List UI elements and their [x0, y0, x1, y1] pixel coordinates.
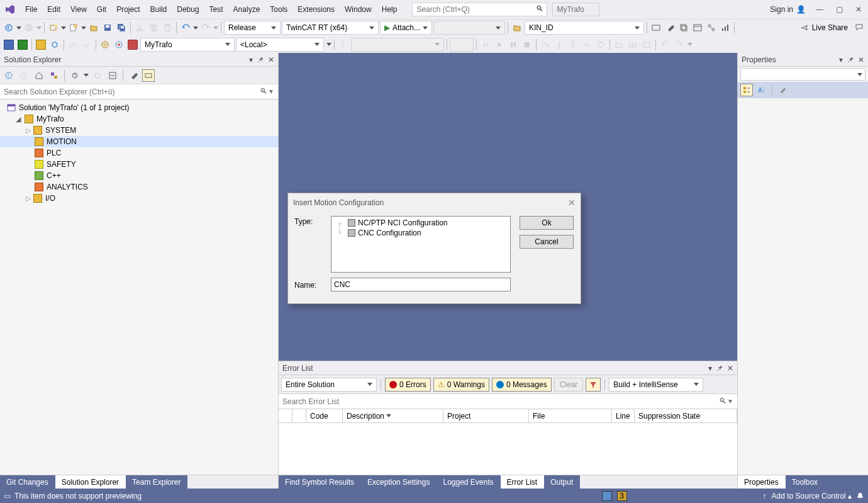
expand-icon[interactable]: ▷ — [24, 195, 33, 203]
close-icon[interactable]: ✕ — [854, 4, 863, 15]
panel-close-icon[interactable]: ✕ — [858, 55, 864, 64]
tb-icon-layers[interactable] — [677, 21, 690, 34]
signin-button[interactable]: Sign in 👤 — [770, 5, 806, 14]
attach-button[interactable]: ▶Attach... — [380, 21, 432, 35]
tc-icon-3[interactable] — [35, 38, 47, 51]
pin-icon[interactable]: 📌︎ — [847, 55, 854, 64]
tc-target-combo[interactable]: <Local> — [236, 38, 324, 52]
source-control-button[interactable]: Add to Source Control ▴ — [772, 492, 852, 500]
props-wrench-icon[interactable] — [776, 84, 789, 96]
col-line[interactable]: Line — [612, 409, 635, 422]
col-icon[interactable] — [279, 409, 292, 422]
panel-close-icon[interactable]: ✕ — [727, 364, 733, 373]
props-categorized-icon[interactable] — [740, 84, 753, 96]
se-fwd-icon[interactable] — [18, 69, 30, 82]
config-combo[interactable]: Release — [224, 21, 281, 35]
errorlist-filter-icon[interactable] — [586, 378, 601, 392]
save-all-icon[interactable] — [115, 21, 128, 34]
tree-io[interactable]: ▷ I/O — [0, 193, 278, 204]
cut-icon[interactable] — [133, 21, 146, 34]
process-combo[interactable] — [433, 21, 505, 35]
notifications-icon[interactable]: 🔔︎ — [857, 492, 864, 500]
menu-tools[interactable]: Tools — [265, 0, 292, 19]
redo-icon[interactable] — [199, 21, 212, 34]
tab-properties[interactable]: Properties — [738, 475, 786, 489]
type-list[interactable]: ┌ NC/PTP NCI Configuration └ CNC Configu… — [331, 216, 511, 273]
new-project-icon[interactable] — [47, 21, 60, 34]
messages-filter-button[interactable]: 0 Messages — [492, 378, 552, 392]
copy-icon[interactable] — [147, 21, 160, 34]
nav-back-icon[interactable] — [3, 21, 15, 34]
tree-project[interactable]: ◢ MyTrafo — [0, 113, 278, 125]
tree-cpp[interactable]: C++ — [0, 170, 278, 181]
menu-git[interactable]: Git — [92, 0, 111, 19]
col-suppression[interactable]: Suppression State — [635, 409, 737, 422]
tc-scope-combo[interactable]: MyTrafo — [140, 38, 235, 52]
panel-dropdown-icon[interactable]: ▾ — [839, 55, 843, 64]
tab-git-changes[interactable]: Git Changes — [0, 475, 55, 489]
tab-solution-explorer[interactable]: Solution Explorer — [55, 475, 126, 489]
se-switch-icon[interactable] — [48, 69, 60, 82]
menu-extensions[interactable]: Extensions — [292, 0, 340, 19]
solexp-search-input[interactable] — [0, 84, 278, 99]
se-back-icon[interactable] — [3, 69, 15, 82]
collapse-icon[interactable]: ◢ — [14, 115, 23, 123]
tab-error-list[interactable]: Error List — [501, 475, 545, 489]
lookup-combo[interactable]: KIN_ID — [525, 21, 644, 35]
tc-stop-icon[interactable] — [126, 38, 139, 51]
tb-icon-a[interactable] — [650, 21, 662, 34]
panel-dropdown-icon[interactable]: ▾ — [249, 55, 253, 64]
warnings-filter-button[interactable]: ⚠0 Warnings — [433, 378, 489, 392]
tree-motion[interactable]: MOTION — [0, 136, 278, 147]
tree-safety[interactable]: SAFETY — [0, 159, 278, 170]
errors-filter-button[interactable]: 0 Errors — [385, 378, 431, 392]
tb-icon-window[interactable] — [691, 21, 704, 34]
props-alpha-icon[interactable]: A↓ — [755, 84, 768, 96]
paste-icon[interactable] — [161, 21, 174, 34]
cancel-button[interactable]: Cancel — [520, 235, 574, 249]
errorlist-scope-combo[interactable]: Entire Solution — [281, 378, 377, 392]
menu-edit[interactable]: Edit — [42, 0, 65, 19]
panel-close-icon[interactable]: ✕ — [268, 55, 274, 64]
menu-test[interactable]: Test — [204, 0, 228, 19]
tree-analytics[interactable]: ANALYTICS — [0, 181, 278, 193]
tb-icon-wrench[interactable] — [664, 21, 676, 34]
dialog-close-icon[interactable]: ✕ — [568, 198, 576, 208]
tree-plc[interactable]: PLC — [0, 147, 278, 159]
tc-refresh-icon[interactable] — [48, 38, 61, 51]
ok-button[interactable]: Ok — [520, 216, 574, 230]
save-icon[interactable] — [101, 21, 114, 34]
maximize-icon[interactable]: ▢ — [835, 4, 844, 15]
menu-file[interactable]: File — [20, 0, 42, 19]
liveshare-label[interactable]: Live Share — [812, 23, 848, 32]
menu-help[interactable]: Help — [377, 0, 403, 19]
menu-build[interactable]: Build — [145, 0, 172, 19]
minimize-icon[interactable]: — — [815, 4, 825, 15]
feedback-icon[interactable] — [853, 21, 865, 34]
pin-icon[interactable]: 📌︎ — [257, 55, 264, 64]
name-input[interactable] — [331, 278, 511, 291]
menu-project[interactable]: Project — [111, 0, 145, 19]
nav-fwd-icon[interactable] — [23, 21, 35, 34]
quick-search-input[interactable] — [412, 3, 547, 16]
tc-target-icon[interactable] — [113, 38, 125, 51]
expand-icon[interactable]: ▷ — [24, 127, 33, 135]
se-refresh-icon[interactable] — [91, 69, 104, 82]
tab-team-explorer[interactable]: Team Explorer — [126, 475, 187, 489]
tree-system[interactable]: ▷ SYSTEM — [0, 125, 278, 136]
menu-analyze[interactable]: Analyze — [228, 0, 265, 19]
tc-icon-1[interactable] — [3, 38, 15, 51]
se-home-icon[interactable] — [33, 69, 45, 82]
tree-solution[interactable]: Solution 'MyTrafo' (1 of 1 project) — [0, 102, 278, 113]
tab-toolbox[interactable]: Toolbox — [786, 475, 868, 489]
status-count-box[interactable]: 3 — [617, 491, 627, 501]
type-item-cnc[interactable]: └ CNC Configuration — [333, 228, 509, 238]
tab-output[interactable]: Output — [544, 475, 580, 489]
col-code[interactable]: Code — [306, 409, 343, 422]
tab-find-symbol[interactable]: Find Symbol Results — [279, 475, 361, 489]
tc-globe-icon[interactable] — [99, 38, 111, 51]
pin-icon[interactable]: 📌︎ — [716, 364, 723, 373]
col-project[interactable]: Project — [443, 409, 529, 422]
errorlist-search-input[interactable] — [279, 394, 737, 409]
platform-combo[interactable]: TwinCAT RT (x64) — [282, 21, 379, 35]
